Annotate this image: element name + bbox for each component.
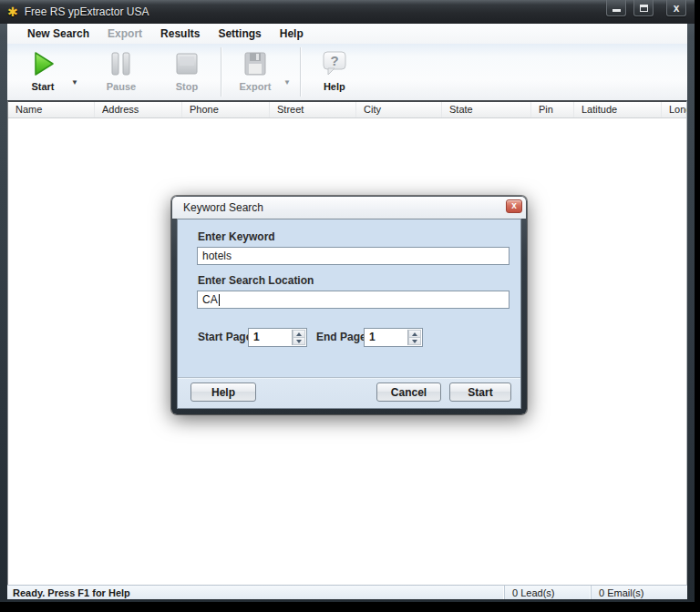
- toolbar-start-button[interactable]: Start: [16, 44, 69, 100]
- start-page-value: 1: [253, 331, 260, 343]
- menu-settings[interactable]: Settings: [218, 27, 261, 40]
- dialog-help-button[interactable]: Help: [190, 382, 256, 402]
- spin-up-button[interactable]: [293, 330, 305, 338]
- toolbar-separator: [300, 47, 301, 97]
- arrow-down-icon: [412, 340, 417, 343]
- keyword-input[interactable]: hotels: [197, 247, 510, 265]
- location-label: Enter Search Location: [198, 274, 314, 287]
- maximize-icon: [640, 5, 648, 12]
- dialog-footer: Help Cancel Start: [178, 377, 520, 408]
- dialog-start-button[interactable]: Start: [449, 382, 511, 402]
- end-page-spin-buttons: [407, 330, 421, 345]
- menu-new-search[interactable]: New Search: [27, 27, 89, 40]
- app-icon: ✱: [7, 5, 18, 18]
- menu-bar: New Search Export Results Settings Help: [7, 24, 687, 44]
- spin-down-button[interactable]: [293, 338, 305, 345]
- toolbar-export-button: Export: [229, 44, 282, 100]
- status-bar: Ready. Press F1 for Help 0 Lead(s) 0 Ema…: [7, 585, 687, 599]
- toolbar-help-label: Help: [324, 81, 345, 92]
- list-header-row: Name Address Phone Street City State Pin…: [8, 102, 686, 118]
- start-dropdown-arrow-icon[interactable]: ▼: [71, 58, 78, 87]
- floppy-save-icon: [242, 49, 269, 78]
- keyword-input-value: hotels: [202, 250, 232, 262]
- close-button[interactable]: x: [666, 0, 686, 16]
- arrow-down-icon: [296, 340, 302, 343]
- leads-count: 0 Lead(s): [504, 586, 591, 599]
- column-header-state[interactable]: State: [442, 102, 531, 117]
- dialog-close-icon: x: [511, 200, 517, 210]
- start-page-spinner[interactable]: 1: [248, 328, 307, 347]
- export-dropdown-arrow-icon: ▼: [283, 58, 291, 87]
- status-message: Ready. Press F1 for Help: [7, 587, 504, 598]
- minimize-button[interactable]: [606, 0, 626, 16]
- start-page-spin-buttons: [292, 330, 305, 345]
- toolbar-stop-button: Stop: [160, 44, 213, 100]
- svg-text:?: ?: [330, 53, 338, 68]
- keyword-label: Enter Keyword: [198, 230, 275, 243]
- pause-icon: [108, 49, 134, 78]
- emails-count: 0 Email(s): [591, 586, 687, 599]
- column-header-name[interactable]: Name: [8, 102, 95, 117]
- toolbar-help-button[interactable]: ? Help: [308, 44, 361, 100]
- end-page-label: End Page: [316, 331, 366, 343]
- keyword-search-dialog: Keyword Search x Enter Keyword hotels En…: [171, 196, 527, 414]
- arrow-up-icon: [412, 332, 417, 336]
- dialog-title: Keyword Search: [183, 201, 263, 214]
- toolbar-pause-label: Pause: [107, 81, 136, 92]
- dialog-body: Enter Keyword hotels Enter Search Locati…: [177, 219, 521, 409]
- dialog-cancel-button[interactable]: Cancel: [376, 382, 441, 402]
- start-page-label: Start Page: [198, 331, 252, 343]
- dialog-title-bar[interactable]: Keyword Search: [172, 197, 526, 219]
- spin-up-button[interactable]: [408, 330, 421, 338]
- toolbar-separator: [221, 47, 221, 97]
- close-icon: x: [674, 4, 680, 13]
- column-header-pin[interactable]: Pin: [531, 102, 574, 117]
- toolbar-pause-button: Pause: [95, 44, 148, 100]
- menu-results[interactable]: Results: [160, 27, 200, 40]
- column-header-address[interactable]: Address: [95, 102, 182, 117]
- toolbar-export-label: Export: [240, 81, 272, 92]
- end-page-value: 1: [369, 331, 376, 343]
- toolbar: Start ▼ Pause: [7, 44, 687, 100]
- column-header-city[interactable]: City: [356, 102, 442, 117]
- arrow-up-icon: [296, 332, 302, 336]
- menu-help[interactable]: Help: [280, 27, 304, 40]
- location-input[interactable]: CA: [197, 291, 510, 309]
- help-bubble-icon: ?: [321, 49, 348, 78]
- menu-export: Export: [108, 27, 142, 40]
- maximize-button[interactable]: [633, 0, 654, 16]
- window-title: Free RS ypExtractor USA: [25, 5, 149, 18]
- desktop: ✱ Free RS ypExtractor USA x New Search E…: [0, 0, 700, 612]
- minimize-icon: [612, 9, 621, 12]
- end-page-spinner[interactable]: 1: [364, 328, 423, 347]
- spin-down-button[interactable]: [408, 338, 421, 345]
- title-bar[interactable]: ✱ Free RS ypExtractor USA x: [0, 0, 695, 24]
- text-cursor: [219, 294, 220, 306]
- toolbar-start-label: Start: [31, 81, 54, 92]
- play-icon: [29, 49, 57, 78]
- column-header-longitude[interactable]: Longitude: [662, 102, 686, 117]
- stop-icon: [174, 49, 200, 78]
- column-header-latitude[interactable]: Latitude: [574, 102, 662, 117]
- dialog-close-button[interactable]: x: [506, 199, 522, 213]
- toolbar-stop-label: Stop: [176, 81, 198, 92]
- column-header-phone[interactable]: Phone: [182, 102, 270, 117]
- location-input-value: CA: [202, 293, 218, 306]
- column-header-street[interactable]: Street: [270, 102, 356, 117]
